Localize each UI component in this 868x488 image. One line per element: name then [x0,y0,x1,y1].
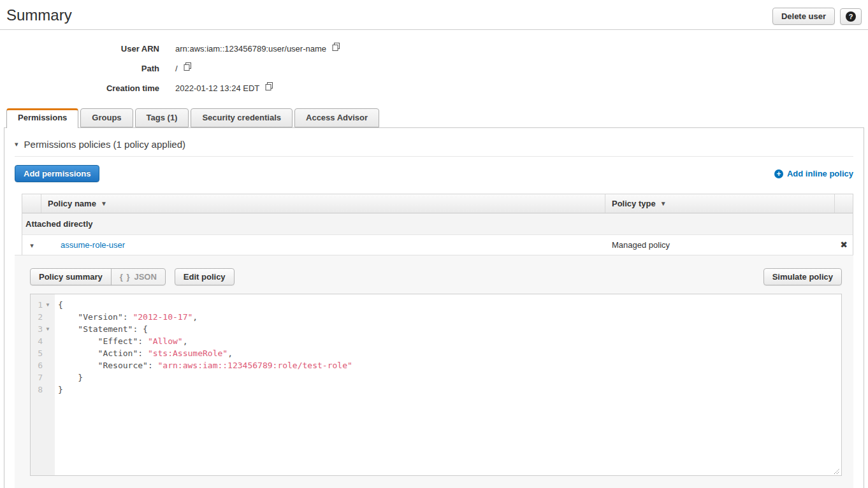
code-line: "Version": "2012-10-17", [58,311,841,323]
tab-label: Tags (1) [147,113,178,122]
sort-caret-icon: ▼ [101,200,107,207]
permissions-tab-content: ▾ Permissions policies (1 policy applied… [4,127,864,488]
row-expander-toggle[interactable]: ▾ [22,240,41,250]
policy-table-header: Policy name ▼ Policy type ▼ [22,194,853,213]
resize-handle[interactable] [832,466,840,474]
copy-icon[interactable] [264,82,274,93]
detail-row: Path / [0,63,868,73]
remove-policy-icon[interactable]: ✖ [840,240,848,250]
fold-spacer [43,384,53,396]
policy-row: ▾ assume-role-user Managed policy ✖ [22,234,853,255]
help-icon: ? [846,11,856,22]
plus-circle-icon: + [774,169,783,178]
view-toggle-group: Policy summary { } JSON [30,268,166,285]
header-actions: Delete user ? [772,6,862,25]
copy-icon[interactable] [331,42,341,54]
add-inline-policy-link[interactable]: + Add inline policy [774,169,853,178]
policy-actions-row: Add permissions + Add inline policy [15,165,853,182]
policy-table: Policy name ▼ Policy type ▼ Attached dir… [22,194,853,255]
permissions-policies-section-toggle[interactable]: ▾ Permissions policies (1 policy applied… [15,128,853,150]
detail-label: Path [0,64,159,73]
detail-value: / [175,63,192,73]
tab-permissions[interactable]: Permissions [6,108,78,128]
fold-spacer [43,347,53,359]
copy-icon[interactable] [183,62,192,73]
policy-type-column-header[interactable]: Policy type ▼ [605,194,835,213]
editor-code-area[interactable]: { "Version": "2012-10-17", "Statement": … [55,294,841,475]
braces-icon: { } [120,272,131,282]
gutter-line: 4 [31,335,55,347]
action-column-header [835,194,853,213]
page-header: Summary Delete user ? [0,0,868,30]
section-divider [15,156,853,157]
tab-label: Permissions [18,113,67,122]
policy-summary-button[interactable]: Policy summary [30,268,112,285]
json-view-button[interactable]: { } JSON [111,268,166,285]
gutter-line: 3▼ [31,323,55,335]
code-line: "Effect": "Allow", [58,335,841,347]
policy-rows: ▾ assume-role-user Managed policy ✖ [22,234,853,255]
gutter-line: 1▼ [31,299,55,311]
simulate-policy-button[interactable]: Simulate policy [763,268,842,285]
detail-value-text: arn:aws:iam::123456789:user/user-name [175,44,326,54]
code-line: "Resource": "arn:aws:iam::123456789:role… [58,359,841,371]
detail-row: Creation time 2022-01-12 13:24 EDT [0,83,868,93]
detail-row: User ARN arn:aws:iam::123456789:user/use… [0,43,868,54]
fold-spacer [43,311,53,323]
attached-directly-group-row: Attached directly [22,213,853,234]
policy-view-buttons: Policy summary { } JSON Edit policy [30,268,235,285]
code-line: } [58,371,841,384]
policy-json-editor[interactable]: 1▼23▼45678 { "Version": "2012-10-17", "S… [30,294,842,476]
add-inline-policy-label: Add inline policy [787,169,853,178]
tab-access-advisor[interactable]: Access Advisor [294,108,379,127]
policy-type-header-label: Policy type [612,199,656,208]
detail-value-text: 2022-01-12 13:24 EDT [175,83,259,93]
gutter-line: 2 [31,311,55,323]
fold-spacer [43,359,53,371]
code-line: "Action": "sts:AssumeRole", [58,347,841,359]
detail-value: arn:aws:iam::123456789:user/user-name [175,43,341,54]
policy-type-value: Managed policy [605,240,835,250]
add-permissions-button[interactable]: Add permissions [15,165,99,182]
fold-caret-icon[interactable]: ▼ [43,323,53,335]
code-line: } [58,384,841,396]
fold-spacer [43,335,53,347]
expander-column-header [22,194,41,213]
detail-label: Creation time [0,83,159,93]
delete-user-button[interactable]: Delete user [772,8,835,25]
editor-gutter: 1▼23▼45678 [31,294,55,475]
section-heading-label: Permissions policies (1 policy applied) [24,139,185,150]
policy-name-column-header[interactable]: Policy name ▼ [41,194,605,213]
tab-strip: Permissions Groups Tags (1) Security cre… [6,108,868,127]
detail-value-text: / [175,64,178,73]
policy-name-link[interactable]: assume-role-user [61,240,125,250]
expanded-policy-panel: Policy summary { } JSON Edit policy Simu… [15,255,853,488]
fold-caret-icon[interactable]: ▼ [43,299,53,311]
gutter-line: 5 [31,347,55,359]
tab-groups[interactable]: Groups [80,108,133,127]
code-line: { [58,299,841,311]
policy-name-header-label: Policy name [48,199,96,208]
chevron-down-icon: ▾ [15,141,18,148]
page-title: Summary [6,6,72,25]
tab-label: Groups [92,113,121,122]
gutter-line: 6 [31,359,55,371]
json-button-label: JSON [134,272,156,282]
tab-label: Access Advisor [306,113,368,122]
detail-value: 2022-01-12 13:24 EDT [175,83,274,93]
chevron-down-icon: ▾ [30,241,34,249]
gutter-line: 8 [31,384,55,396]
code-line: "Statement": { [58,323,841,335]
tab-label: Security credentials [202,113,281,122]
gutter-line: 7 [31,371,55,384]
sort-caret-icon: ▼ [660,200,667,207]
detail-label: User ARN [0,44,159,54]
user-details: User ARN arn:aws:iam::123456789:user/use… [0,43,868,93]
policy-toolbar: Policy summary { } JSON Edit policy Simu… [30,268,842,285]
tab-security-credentials[interactable]: Security credentials [191,108,293,127]
tab-tags-1[interactable]: Tags (1) [135,108,189,127]
help-button[interactable]: ? [840,8,862,25]
edit-policy-button[interactable]: Edit policy [175,268,235,285]
fold-spacer [43,371,53,384]
